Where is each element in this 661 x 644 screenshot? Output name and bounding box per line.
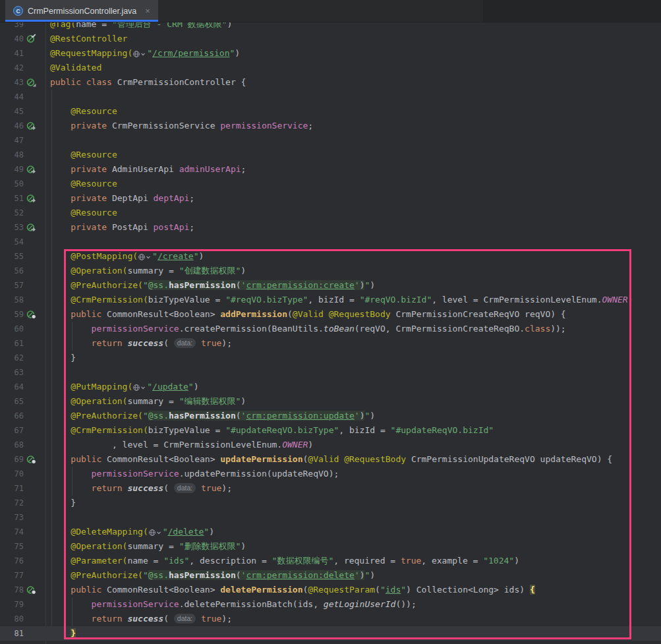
- gutter-spacer: [24, 626, 50, 641]
- tab-crmpermissioncontroller[interactable]: C CrmPermissionController.java ×: [5, 0, 158, 22]
- spring-bean-wire-icon[interactable]: [24, 162, 50, 177]
- line-number: 44: [0, 90, 24, 104]
- code-line-45: 45 @Resource: [0, 104, 661, 119]
- gutter-spacer: [24, 380, 50, 394]
- gutter-spacer: [24, 510, 50, 525]
- gutter-spacer: [24, 394, 50, 409]
- gutter-spacer: [24, 235, 50, 249]
- code-text: @Tag(name = "管理后台 - CRM 数据权限"): [50, 22, 232, 32]
- line-number: 56: [0, 264, 24, 278]
- code-segment: [50, 150, 71, 160]
- gutter-spacer: [24, 22, 50, 32]
- code-segment: ): [227, 22, 232, 29]
- line-number: 40: [0, 32, 24, 46]
- code-segment: @Resource: [71, 208, 117, 218]
- code-line-53: 53 private PostApi postApi;: [0, 220, 661, 235]
- code-segment: @RestController: [50, 34, 127, 44]
- line-number: 67: [0, 423, 24, 438]
- code-segment: @Resource: [71, 179, 117, 189]
- gutter-spacer: [24, 46, 50, 61]
- code-segment: CrmPermissionController {: [117, 77, 246, 87]
- spring-bean-class-icon[interactable]: [24, 75, 50, 90]
- code-segment: ;: [241, 164, 246, 174]
- line-number: 64: [0, 380, 24, 394]
- code-segment: DeptApi: [112, 193, 154, 203]
- line-number: 59: [0, 307, 24, 322]
- code-segment: @Resource: [71, 106, 117, 116]
- spring-bean-check-icon[interactable]: [24, 32, 50, 46]
- code-line-43: 43public class CrmPermissionController {: [0, 75, 661, 90]
- gutter-spacer: [24, 322, 50, 336]
- code-segment: [50, 208, 71, 218]
- code-segment: ;: [189, 222, 194, 232]
- code-segment: ": [147, 48, 152, 58]
- line-number: 69: [0, 452, 24, 467]
- line-number: 71: [0, 481, 24, 496]
- gutter-spacer: [24, 177, 50, 191]
- gutter-spacer: [24, 264, 50, 278]
- line-number: 63: [0, 365, 24, 380]
- code-segment: postApi: [154, 222, 190, 232]
- line-number: 46: [0, 119, 24, 133]
- line-number: 42: [0, 61, 24, 75]
- code-text: private CrmPermissionService permissionS…: [50, 119, 313, 133]
- gutter-spacer: [24, 133, 50, 148]
- line-number: 73: [0, 510, 24, 525]
- code-segment: "管理后台 - CRM 数据权限": [112, 22, 227, 29]
- line-number: 74: [0, 525, 24, 539]
- spring-bean-wire-icon[interactable]: [24, 191, 50, 206]
- gutter-spacer: [24, 539, 50, 554]
- code-segment: CrmPermissionService: [112, 121, 220, 131]
- gutter-spacer: [24, 365, 50, 380]
- code-segment: permissionService: [220, 121, 308, 131]
- spring-bean-wire-icon[interactable]: [24, 220, 50, 235]
- line-number: 50: [0, 177, 24, 191]
- code-line-51: 51 private DeptApi deptApi;: [0, 191, 661, 206]
- line-number: 52: [0, 206, 24, 220]
- line-number: 68: [0, 438, 24, 452]
- line-number: 54: [0, 235, 24, 249]
- line-number: 75: [0, 539, 24, 554]
- code-segment: public class: [50, 77, 117, 87]
- code-line-39: 39@Tag(name = "管理后台 - CRM 数据权限"): [0, 22, 661, 32]
- code-segment: @Resource: [71, 150, 117, 160]
- gutter-spacer: [24, 612, 50, 626]
- gutter-spacer: [24, 496, 50, 510]
- active-tab-underline: [5, 20, 158, 22]
- close-icon[interactable]: ×: [145, 7, 150, 15]
- code-segment: [50, 106, 71, 116]
- code-editor[interactable]: 39@Tag(name = "管理后台 - CRM 数据权限")40@RestC…: [0, 22, 661, 644]
- gutter-spacer: [24, 467, 50, 481]
- line-number: 78: [0, 583, 24, 597]
- line-number: 41: [0, 46, 24, 61]
- code-line-52: 52 @Resource: [0, 206, 661, 220]
- code-line-54: 54: [0, 235, 661, 249]
- code-line-41: 41@RequestMapping("/crm/permission"): [0, 46, 661, 61]
- line-number: 70: [0, 467, 24, 481]
- line-number: 81: [0, 626, 24, 641]
- code-text: public class CrmPermissionController {: [50, 75, 246, 90]
- code-link[interactable]: /crm/permission: [152, 48, 229, 58]
- spring-bean-endpoint-icon[interactable]: [24, 583, 50, 597]
- code-segment: private: [50, 164, 112, 174]
- spring-bean-endpoint-icon[interactable]: [24, 307, 50, 322]
- spring-bean-wire-icon[interactable]: [24, 119, 50, 133]
- code-segment: @Tag(: [50, 22, 76, 29]
- line-number: 51: [0, 191, 24, 206]
- code-segment: PostApi: [112, 222, 154, 232]
- line-number: 43: [0, 75, 24, 90]
- code-segment: adminUserApi: [179, 164, 241, 174]
- code-segment: private: [50, 121, 112, 131]
- code-segment: private: [50, 193, 112, 203]
- code-text: @Resource: [50, 148, 117, 162]
- tab-bar-right-panel: [483, 0, 661, 22]
- code-line-48: 48 @Resource: [0, 148, 661, 162]
- spring-bean-endpoint-icon[interactable]: [24, 452, 50, 467]
- editor-tab-bar: C CrmPermissionController.java ×: [0, 0, 661, 22]
- line-number: 80: [0, 612, 24, 626]
- code-text: @RestController: [50, 32, 127, 46]
- http-endpoint-globe-icon[interactable]: [132, 47, 146, 61]
- line-number: 57: [0, 278, 24, 293]
- gutter-spacer: [24, 568, 50, 583]
- gutter-spacer: [24, 249, 50, 264]
